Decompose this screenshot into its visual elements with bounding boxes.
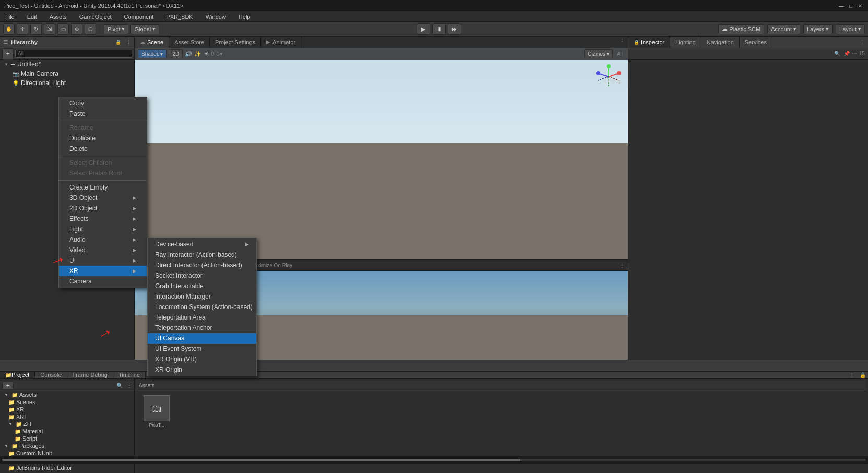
transform-tool-button[interactable]: ⊕	[71, 23, 82, 35]
menu-edit[interactable]: Edit	[24, 13, 40, 21]
ctx-effects[interactable]: Effects ▶	[59, 214, 147, 224]
inspector-search-icon[interactable]: 🔍	[834, 51, 840, 56]
tab-project[interactable]: 📁 Project	[0, 372, 35, 378]
ctx-duplicate[interactable]: Duplicate	[59, 133, 147, 144]
ctx-camera[interactable]: Camera	[59, 276, 147, 287]
xr-socket-interactor[interactable]: Socket Interactor	[148, 270, 256, 281]
tab-project-settings[interactable]: Project Settings	[210, 37, 261, 48]
tree-item-custom-nunit[interactable]: 📁 Custom NUnit	[0, 450, 134, 457]
bottom-panel-lock-icon[interactable]: 🔒	[858, 372, 868, 378]
scrollbar-thumb[interactable]	[2, 459, 135, 461]
hierarchy-lock-icon[interactable]: 🔒	[115, 40, 121, 45]
xr-grab-interactable[interactable]: Grab Interactable	[148, 281, 256, 291]
menu-assets[interactable]: Assets	[46, 13, 70, 21]
ctx-3d-object[interactable]: 3D Object ▶	[59, 193, 147, 203]
inspector-dots-icon[interactable]: ⋯	[852, 51, 857, 56]
inspector-lock-icon[interactable]: 🔒	[634, 40, 639, 45]
xr-locomotion-system[interactable]: Locomotion System (Action-based)	[148, 302, 256, 312]
tree-item-jetbrains[interactable]: 📁 JetBrains Rider Editor	[0, 464, 134, 471]
tab-animator[interactable]: ▶ Animator	[261, 37, 301, 48]
tab-inspector[interactable]: 🔒 Inspector	[628, 37, 670, 48]
layout-dropdown[interactable]: Layout ▾	[836, 24, 865, 34]
pause-button[interactable]: ⏸	[432, 23, 446, 35]
project-tree-scrollbar[interactable]	[0, 456, 135, 464]
hierarchy-item-directional-light[interactable]: 💡 Directional Light	[0, 78, 134, 88]
tab-services[interactable]: Services	[740, 37, 772, 48]
account-dropdown[interactable]: Account ▾	[767, 24, 800, 34]
inspector-pin-icon[interactable]: 📌	[843, 51, 850, 56]
tree-item-material[interactable]: 📁 Material	[0, 428, 134, 435]
ctx-copy[interactable]: Copy	[59, 98, 147, 109]
shaded-dropdown[interactable]: Shaded ▾	[138, 49, 167, 58]
tab-frame-debug[interactable]: Frame Debug	[67, 372, 113, 378]
xr-interaction-manager[interactable]: Interaction Manager	[148, 291, 256, 302]
project-search-icon[interactable]: 🔍	[116, 383, 123, 388]
scale-tool-button[interactable]: ⇲	[44, 23, 55, 35]
xr-ui-canvas[interactable]: UI Canvas	[148, 333, 256, 344]
menu-window[interactable]: Window	[203, 13, 229, 21]
menu-component[interactable]: Component	[121, 13, 157, 21]
play-button[interactable]: ▶	[417, 23, 430, 35]
ctx-video[interactable]: Video ▶	[59, 245, 147, 255]
rect-tool-button[interactable]: ▭	[57, 23, 69, 35]
step-button[interactable]: ⏭	[448, 23, 461, 35]
project-add-button[interactable]: +	[2, 382, 14, 390]
hierarchy-add-button[interactable]: +	[2, 48, 14, 60]
hierarchy-menu-icon[interactable]: ⋮	[126, 40, 131, 45]
ctx-ui[interactable]: UI ▶	[59, 255, 147, 266]
rotate-tool-button[interactable]: ↻	[30, 23, 42, 35]
hierarchy-search[interactable]	[15, 50, 132, 58]
xr-device-based[interactable]: Device-based ▶	[148, 239, 256, 250]
ctx-light[interactable]: Light ▶	[59, 224, 147, 234]
tree-item-xri[interactable]: 📁 XRI	[0, 413, 134, 420]
fx-button[interactable]: ✨	[194, 51, 201, 57]
tree-item-xr[interactable]: 📁 XR	[0, 406, 134, 413]
xr-teleportation-area[interactable]: Teleportation Area	[148, 312, 256, 323]
hierarchy-item-untitled[interactable]: ▼ ☰ Untitled*	[0, 60, 134, 69]
xr-direct-interactor[interactable]: Direct Interactor (Action-based)	[148, 260, 256, 270]
xr-origin-vr[interactable]: XR Origin (VR)	[148, 354, 256, 364]
tab-timeline[interactable]: Timeline	[113, 372, 146, 378]
tab-asset-store[interactable]: Asset Store	[169, 37, 210, 48]
tree-item-assets[interactable]: ▼ 📁 Assets	[0, 391, 134, 398]
tab-lighting[interactable]: Lighting	[670, 37, 701, 48]
gizmos-dropdown[interactable]: Gizmos ▾	[584, 49, 613, 58]
custom-tool-button[interactable]: ⬡	[85, 23, 96, 35]
menu-file[interactable]: File	[2, 13, 18, 21]
layers-dropdown[interactable]: Layers ▾	[803, 24, 833, 34]
more-tabs-icon[interactable]: ⋮	[616, 37, 628, 48]
tree-item-script[interactable]: 📁 Script	[0, 435, 134, 442]
menu-gameobject[interactable]: GameObject	[76, 13, 115, 21]
ctx-paste[interactable]: Paste	[59, 109, 147, 119]
scene-viewport[interactable]: Shaded ▾ 2D 🔊 ✨ ☀ 0 0▾ Gizmos ▾ All	[135, 48, 628, 259]
menu-help[interactable]: Help	[235, 13, 254, 21]
ctx-create-empty[interactable]: Create Empty	[59, 182, 147, 193]
gizmo-widget[interactable]	[596, 64, 622, 90]
asset-item[interactable]: 🗂 PicaT...	[141, 395, 172, 428]
tab-console[interactable]: Console	[35, 372, 67, 378]
pivot-dropdown[interactable]: Pivot ▾	[104, 24, 128, 34]
tree-item-scenes[interactable]: 📁 Scenes	[0, 398, 134, 406]
close-button[interactable]: ✕	[857, 2, 864, 9]
hand-tool-button[interactable]: ✋	[3, 23, 15, 35]
xr-ray-interactor[interactable]: Ray Interactor (Action-based)	[148, 250, 256, 260]
move-tool-button[interactable]: ✛	[17, 23, 28, 35]
hierarchy-item-main-camera[interactable]: 📷 Main Camera	[0, 69, 134, 78]
xr-teleportation-anchor[interactable]: Teleportation Anchor	[148, 323, 256, 333]
tree-item-zh[interactable]: ▼ 📁 ZH	[0, 420, 134, 428]
project-menu-icon[interactable]: ⋮	[127, 383, 132, 388]
xr-ui-event-system[interactable]: UI Event System	[148, 344, 256, 354]
plastic-scm-dropdown[interactable]: ☁ Plastic SCM	[718, 24, 764, 34]
ctx-delete[interactable]: Delete	[59, 144, 147, 154]
maximize-button[interactable]: □	[847, 2, 854, 9]
ctx-audio[interactable]: Audio ▶	[59, 234, 147, 245]
bottom-panel-more-icon[interactable]: ⋮	[846, 372, 858, 378]
global-dropdown[interactable]: Global ▾	[130, 24, 159, 34]
minimize-button[interactable]: —	[838, 2, 845, 9]
scene-lighting-button[interactable]: ☀	[204, 51, 209, 57]
xr-origin[interactable]: XR Origin	[148, 364, 256, 375]
mode-2d-button[interactable]: 2D	[169, 49, 183, 58]
ctx-xr[interactable]: XR ▶	[59, 266, 147, 276]
tab-scene[interactable]: ☁ Scene	[135, 37, 169, 48]
tree-item-packages[interactable]: ▼ 📁 Packages	[0, 442, 134, 450]
